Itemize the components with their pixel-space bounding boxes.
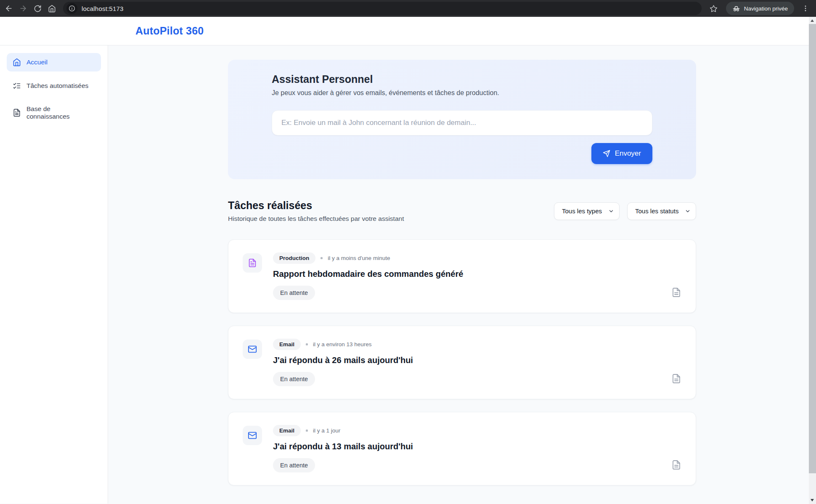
mail-icon [248,431,257,440]
page-scrollbar[interactable] [809,17,816,504]
assistant-title: Assistant Personnel [272,73,652,85]
task-type-badge: Email [273,425,301,436]
list-checks-icon [13,82,21,90]
dot-separator [321,257,323,259]
sidebar-item-label: Tâches automatisées [26,82,88,90]
kebab-menu-icon [802,5,809,12]
dot-separator [306,343,308,345]
status-filter-select[interactable]: Tous les statuts [627,202,696,220]
task-card[interactable]: Email il y a environ 13 heures J'ai répo… [228,326,696,399]
tasks-section-subtitle: Historique de toutes les tâches effectué… [228,215,404,223]
info-icon [69,5,75,12]
bookmark-button[interactable] [707,1,721,16]
home-icon [13,58,21,66]
task-title: J'ai répondu à 13 mails aujourd'hui [273,442,413,451]
address-bar[interactable]: localhost:5173 [63,2,702,15]
app-logo: AutoPilot 360 [135,25,204,37]
sidebar-item-label: Accueil [26,58,48,66]
file-text-icon [248,258,257,268]
url-text[interactable]: localhost:5173 [82,5,124,12]
task-timestamp: il y a 1 jour [313,427,340,434]
task-list: Production il y a moins d'une minute Rap… [228,239,696,502]
browser-menu-button[interactable] [799,1,812,16]
arrow-left-icon [5,4,13,13]
task-type-badge: Production [273,252,315,264]
task-status-badge: En attente [273,286,315,300]
site-info-button[interactable] [66,3,77,14]
task-card[interactable]: Production il y a moins d'une minute Rap… [228,239,696,313]
dot-separator [306,430,308,432]
assistant-subtitle: Je peux vous aider à gérer vos emails, é… [272,89,652,97]
home-button[interactable] [45,1,59,16]
type-filter-select[interactable]: Tous les types [554,202,620,220]
task-status-badge: En attente [273,458,315,472]
scroll-up-arrow-icon[interactable] [811,19,814,22]
scroll-down-arrow-icon[interactable] [811,499,814,501]
sidebar-item-label: Base de connaissances [26,105,95,120]
tasks-section-header: Tâches réalisées Historique de toutes le… [228,199,696,223]
task-status-badge: En attente [273,372,315,386]
send-button-label: Envoyer [615,149,641,158]
task-timestamp: il y a moins d'une minute [328,255,390,261]
back-button[interactable] [2,1,16,16]
task-title: Rapport hebdomadaire des commandes génér… [273,269,463,279]
task-icon-box [243,340,262,359]
document-icon[interactable] [671,374,681,384]
sidebar-item-base-de-connaissances[interactable]: Base de connaissances [7,100,101,125]
document-icon[interactable] [671,287,681,297]
main-content: Assistant Personnel Je peux vous aider à… [108,45,816,504]
screen: localhost:5173 Navigation privée AutoPil… [0,0,816,504]
scrollbar-thumb[interactable] [809,24,816,473]
refresh-icon [34,5,42,13]
sidebar: Accueil Tâches automatisées Base de conn… [0,45,108,504]
task-icon-box [243,426,262,445]
home-icon [48,5,56,13]
send-icon [603,150,610,157]
task-icon-box [243,253,262,273]
private-browsing-label: Navigation privée [744,5,788,12]
task-timestamp: il y a environ 13 heures [313,341,372,347]
forward-button[interactable] [16,1,30,16]
task-title: J'ai répondu à 26 mails aujourd'hui [273,355,413,365]
refresh-button[interactable] [30,1,45,16]
incognito-icon [732,5,740,13]
arrow-right-icon [19,4,27,13]
assistant-command-input[interactable] [272,110,652,135]
assistant-card: Assistant Personnel Je peux vous aider à… [228,60,696,179]
private-browsing-badge: Navigation privée [726,2,794,15]
task-type-badge: Email [273,339,301,350]
star-icon [710,5,718,13]
sidebar-item-accueil[interactable]: Accueil [7,53,101,72]
tasks-section-title: Tâches réalisées [228,199,404,212]
app-header: AutoPilot 360 [0,17,816,45]
document-icon[interactable] [671,460,681,470]
sidebar-item-taches-automatisees[interactable]: Tâches automatisées [7,77,101,95]
browser-toolbar: localhost:5173 Navigation privée [0,0,816,17]
mail-icon [248,345,257,354]
task-card[interactable]: Email il y a 1 jour J'ai répondu à 13 ma… [228,412,696,485]
send-button[interactable]: Envoyer [591,143,652,164]
file-text-icon [13,109,21,117]
